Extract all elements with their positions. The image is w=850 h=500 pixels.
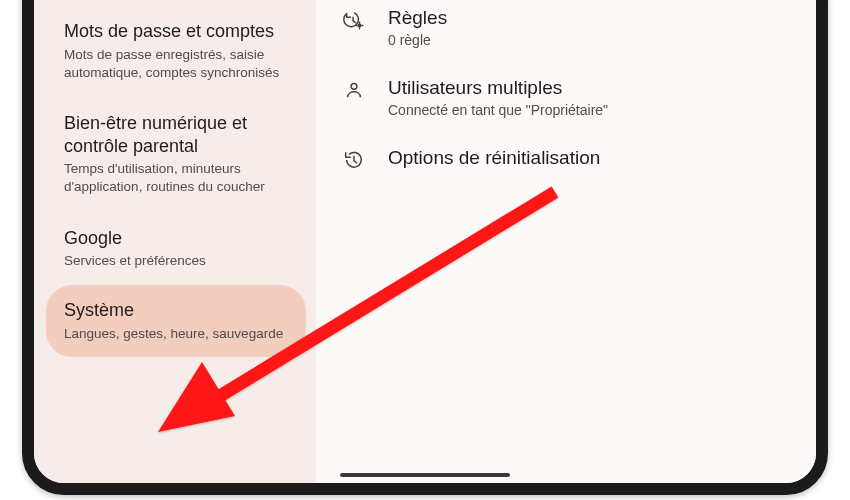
rules-icon: [342, 6, 366, 31]
sidebar-item-subtitle: Mots de passe enregistrés, saisie automa…: [64, 46, 292, 82]
main-item-reset-options[interactable]: Options de réinitialisation: [336, 132, 792, 185]
sidebar-item-digital-wellbeing[interactable]: Bien-être numérique et contrôle parental…: [64, 97, 302, 211]
sidebar-item-title: Système: [64, 299, 292, 322]
tablet-frame: alertes Mots de passe et comptes Mots de…: [22, 0, 828, 495]
main-item-text: Options de réinitialisation: [388, 146, 600, 170]
settings-sidebar: alertes Mots de passe et comptes Mots de…: [34, 0, 316, 483]
sidebar-item-system[interactable]: Système Langues, gestes, heure, sauvegar…: [46, 285, 306, 357]
sidebar-item-title: Mots de passe et comptes: [64, 20, 292, 43]
main-item-rules[interactable]: Règles 0 règle: [336, 0, 792, 62]
main-item-multiple-users[interactable]: Utilisateurs multiples Connecté en tant …: [336, 62, 792, 132]
sidebar-item-subtitle: Langues, gestes, heure, sauvegarde: [64, 325, 292, 343]
main-item-title: Règles: [388, 6, 447, 30]
svg-point-1: [351, 83, 357, 89]
main-item-subtitle: 0 règle: [388, 32, 447, 48]
reset-icon: [342, 146, 366, 171]
sidebar-item-google[interactable]: Google Services et préférences: [64, 212, 302, 286]
sidebar-item-title: Bien-être numérique et contrôle parental: [64, 112, 292, 157]
main-item-subtitle: Connecté en tant que "Propriétaire": [388, 102, 608, 118]
main-item-title: Utilisateurs multiples: [388, 76, 608, 100]
sidebar-item-title: Google: [64, 227, 292, 250]
svg-point-0: [357, 23, 361, 27]
sidebar-item-subtitle: Temps d'utilisation, minuteurs d'applica…: [64, 160, 292, 196]
sidebar-item-passwords-accounts[interactable]: Mots de passe et comptes Mots de passe e…: [64, 5, 302, 97]
main-item-text: Utilisateurs multiples Connecté en tant …: [388, 76, 608, 118]
settings-screen: alertes Mots de passe et comptes Mots de…: [34, 0, 816, 483]
sidebar-item-subtitle: Services et préférences: [64, 252, 292, 270]
navigation-handle[interactable]: [340, 473, 510, 477]
main-panel: Règles 0 règle Utilisateurs multiples Co…: [316, 0, 816, 483]
person-icon: [342, 76, 366, 101]
main-item-text: Règles 0 règle: [388, 6, 447, 48]
main-item-title: Options de réinitialisation: [388, 146, 600, 170]
